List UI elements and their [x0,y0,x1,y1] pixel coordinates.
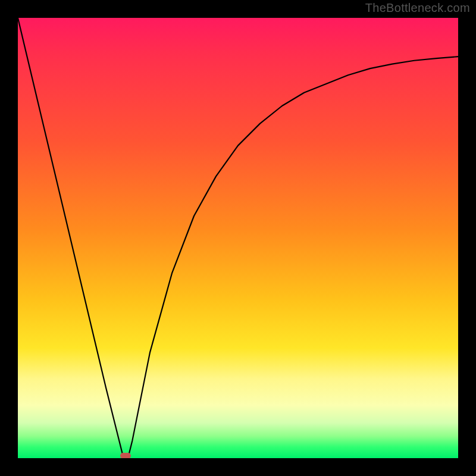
curve-path [18,18,458,458]
min-marker [120,453,131,458]
watermark-text: TheBottleneck.com [365,1,470,15]
plot-area [18,18,458,458]
chart-frame: TheBottleneck.com [0,0,476,476]
bottleneck-curve [18,18,458,458]
